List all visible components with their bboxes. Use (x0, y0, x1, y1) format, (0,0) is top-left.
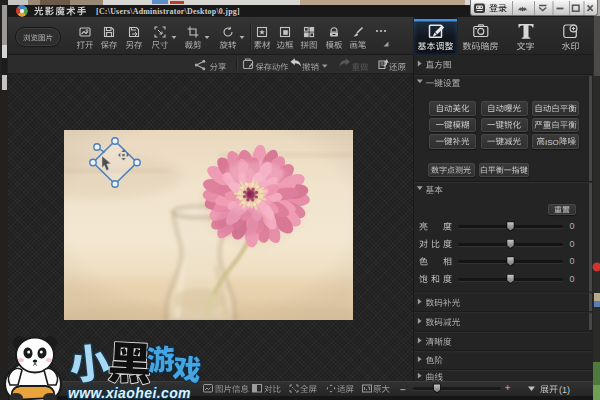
svg-text:www.xiaohei.com: www.xiaohei.com (68, 385, 191, 400)
